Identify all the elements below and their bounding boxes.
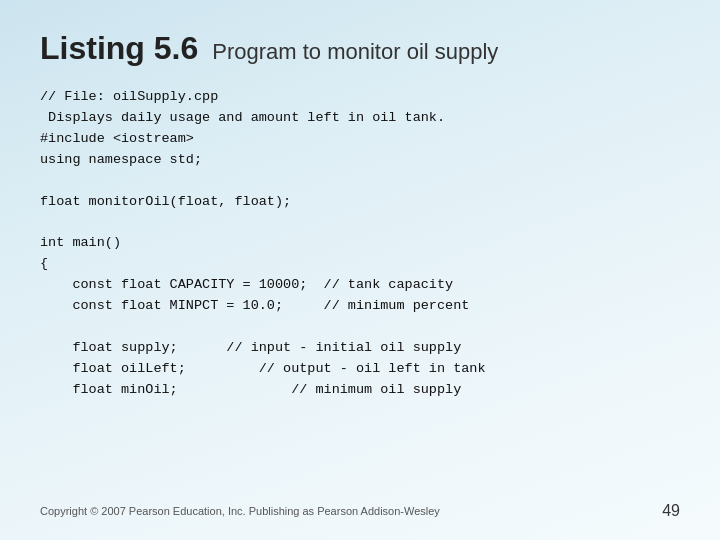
- code-block: // File: oilSupply.cpp Displays daily us…: [40, 87, 680, 492]
- code-line-14: float oilLeft; // output - oil left in t…: [40, 361, 486, 376]
- code-line-15: float minOil; // minimum oil supply: [40, 382, 461, 397]
- code-line-4: using namespace std;: [40, 152, 202, 167]
- code-line-3: #include <iostream>: [40, 131, 194, 146]
- page-number: 49: [662, 502, 680, 520]
- title-row: Listing 5.6 Program to monitor oil suppl…: [40, 30, 680, 67]
- listing-title: Listing 5.6: [40, 30, 198, 67]
- code-line-8: int main(): [40, 235, 121, 250]
- listing-subtitle: Program to monitor oil supply: [212, 39, 498, 65]
- slide-container: Listing 5.6 Program to monitor oil suppl…: [0, 0, 720, 540]
- code-line-10: const float CAPACITY = 10000; // tank ca…: [40, 277, 453, 292]
- code-line-9: {: [40, 256, 48, 271]
- copyright-text: Copyright © 2007 Pearson Education, Inc.…: [40, 505, 440, 517]
- code-line-6: float monitorOil(float, float);: [40, 194, 291, 209]
- code-line-2: Displays daily usage and amount left in …: [40, 110, 445, 125]
- footer: Copyright © 2007 Pearson Education, Inc.…: [40, 502, 680, 520]
- code-line-11: const float MINPCT = 10.0; // minimum pe…: [40, 298, 469, 313]
- code-line-1: // File: oilSupply.cpp: [40, 89, 218, 104]
- code-line-13: float supply; // input - initial oil sup…: [40, 340, 461, 355]
